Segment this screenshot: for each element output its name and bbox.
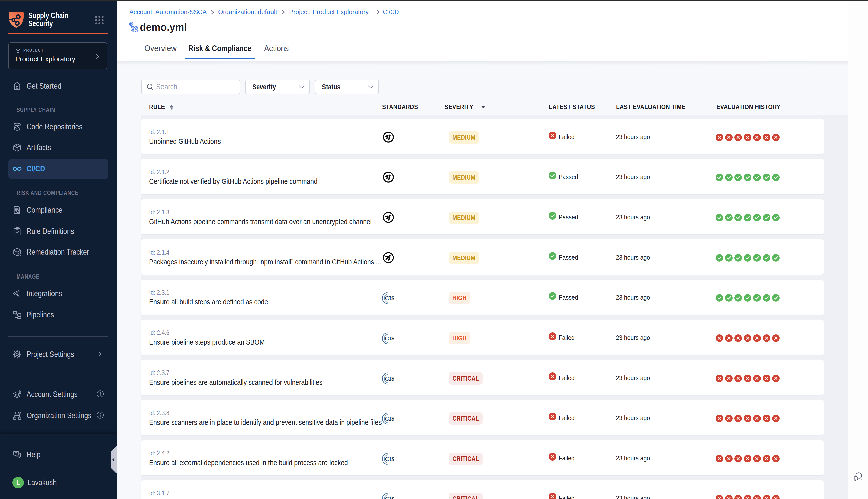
svg-text:?: ?	[15, 451, 17, 455]
svg-text:CIS: CIS	[385, 456, 394, 462]
svg-text:CIS: CIS	[385, 295, 394, 302]
svg-text:CIS: CIS	[385, 416, 394, 422]
svg-text:CIS: CIS	[385, 496, 394, 499]
svg-text:CIS: CIS	[385, 376, 394, 382]
svg-text:CIS: CIS	[385, 335, 394, 342]
